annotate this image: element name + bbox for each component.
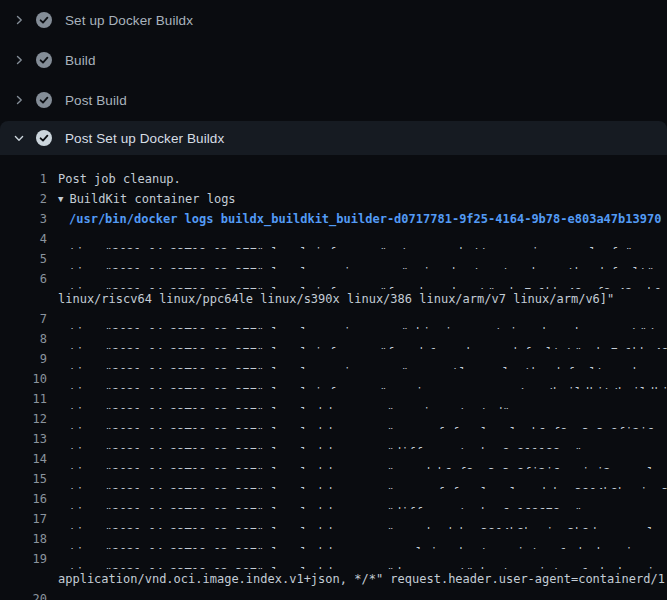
step-row-set-up-docker-buildx[interactable]: Set up Docker Buildx: [0, 0, 667, 40]
log-line-text: time="2021-04-23T18:02:37Z" level=warnin…: [47, 249, 654, 269]
step-label: Set up Docker Buildx: [65, 13, 193, 28]
log-row: 8time="2021-04-23T18:02:37Z" level=info …: [0, 329, 667, 349]
command-line-text: /usr/bin/docker logs buildx_buildkit_bui…: [47, 209, 661, 229]
line-number[interactable]: 4: [0, 229, 47, 249]
log-line-text: time="2021-04-23T18:02:37Z" level=info m…: [47, 369, 667, 389]
log-line-text: time="2021-04-23T18:02:37Z" level=warnin…: [47, 309, 667, 329]
log-line-text: application/vnd.oci.image.index.v1+json,…: [47, 569, 667, 589]
log-line-text: time="2021-04-23T18:02:37Z" level=info m…: [47, 329, 667, 349]
log-body: 1Post job cleanup.2▼BuildKit container l…: [0, 155, 667, 600]
check-circle-icon: [36, 12, 52, 28]
line-number[interactable]: 19: [0, 549, 47, 569]
line-number: [0, 289, 47, 309]
line-number[interactable]: 18: [0, 529, 47, 549]
log-row: 13time="2021-04-23T18:02:38Z" level=debu…: [0, 429, 667, 449]
log-row: 1Post job cleanup.: [0, 169, 667, 189]
log-row: 6time="2021-04-23T18:02:37Z" level=info …: [0, 269, 667, 289]
log-line-text: time="2021-04-23T18:02:38Z" level=debug …: [47, 549, 667, 569]
line-number[interactable]: 1: [0, 169, 47, 189]
log-row: 15time="2021-04-23T18:02:38Z" level=debu…: [0, 469, 667, 489]
line-number[interactable]: 11: [0, 389, 47, 409]
log-line-text: ▼BuildKit container logs: [47, 189, 236, 209]
line-number[interactable]: 6: [0, 269, 47, 289]
line-number[interactable]: 10: [0, 369, 47, 389]
line-number[interactable]: 9: [0, 349, 47, 369]
log-row: 2▼BuildKit container logs: [0, 189, 667, 209]
log-row: 20time="2021-04-23T18:02:38Z" level=debu…: [0, 589, 667, 600]
step-row-build[interactable]: Build: [0, 40, 667, 80]
line-number[interactable]: 16: [0, 489, 47, 509]
log-line-text: time="2021-04-23T18:02:38Z" level=debug …: [47, 509, 667, 529]
check-circle-icon: [36, 52, 52, 68]
step-row-post-set-up-docker-buildx[interactable]: Post Set up Docker Buildx: [0, 121, 667, 155]
log-row: 14time="2021-04-23T18:02:38Z" level=debu…: [0, 449, 667, 469]
log-line-text: time="2021-04-23T18:02:38Z" level=debug …: [47, 409, 667, 429]
chevron-down-icon: [12, 131, 26, 145]
step-label: Post Build: [65, 93, 127, 108]
line-number[interactable]: 2: [0, 189, 47, 209]
line-number[interactable]: 7: [0, 309, 47, 329]
log-line-text: time="2021-04-23T18:02:38Z" level=debug …: [47, 469, 667, 489]
log-row: 7time="2021-04-23T18:02:37Z" level=warni…: [0, 309, 667, 329]
step-row-post-build[interactable]: Post Build: [0, 80, 667, 120]
log-row: 18time="2021-04-23T18:02:38Z" level=debu…: [0, 529, 667, 549]
log-row: 12time="2021-04-23T18:02:38Z" level=debu…: [0, 409, 667, 429]
log-line-text: time="2021-04-23T18:02:37Z" level=info m…: [47, 229, 633, 249]
log-row: 17time="2021-04-23T18:02:38Z" level=debu…: [0, 509, 667, 529]
log-row: 3/usr/bin/docker logs buildx_buildkit_bu…: [0, 209, 667, 229]
step-label: Build: [65, 53, 96, 68]
line-number[interactable]: 12: [0, 409, 47, 429]
line-number[interactable]: 13: [0, 429, 47, 449]
log-row: 4time="2021-04-23T18:02:37Z" level=info …: [0, 229, 667, 249]
line-number[interactable]: 3: [0, 209, 47, 229]
step-label: Post Set up Docker Buildx: [65, 131, 224, 146]
log-line-text: time="2021-04-23T18:02:38Z" level=debug …: [47, 449, 667, 469]
line-number[interactable]: 15: [0, 469, 47, 489]
log-line-text: time="2021-04-23T18:02:37Z" level=info m…: [47, 269, 667, 289]
log-line-text: time="2021-04-23T18:02:38Z" level=debug …: [47, 389, 510, 409]
line-number[interactable]: 20: [0, 589, 47, 600]
log-line-text: time="2021-04-23T18:02:38Z" level=debug …: [47, 589, 667, 600]
log-row: 11time="2021-04-23T18:02:38Z" level=debu…: [0, 389, 667, 409]
log-line-text: time="2021-04-23T18:02:38Z" level=debug …: [47, 529, 640, 549]
log-line-text: Post job cleanup.: [47, 169, 181, 189]
group-collapse-toggle-icon[interactable]: ▼: [58, 189, 63, 209]
group-label: BuildKit container logs: [69, 192, 235, 206]
log-line-text: linux/riscv64 linux/ppc64le linux/s390x …: [47, 289, 614, 309]
log-row: 19time="2021-04-23T18:02:38Z" level=debu…: [0, 549, 667, 569]
log-row: 16time="2021-04-23T18:02:38Z" level=debu…: [0, 489, 667, 509]
line-number[interactable]: 8: [0, 329, 47, 349]
check-circle-icon: [36, 92, 52, 108]
line-number[interactable]: 5: [0, 249, 47, 269]
chevron-right-icon: [12, 93, 26, 107]
log-row: 9time="2021-04-23T18:02:37Z" level=warni…: [0, 349, 667, 369]
log-row: application/vnd.oci.image.index.v1+json,…: [0, 569, 667, 589]
log-line-text: time="2021-04-23T18:02:38Z" level=debug …: [47, 429, 582, 449]
chevron-right-icon: [12, 13, 26, 27]
check-circle-icon: [36, 130, 52, 146]
log-row: 5time="2021-04-23T18:02:37Z" level=warni…: [0, 249, 667, 269]
line-number[interactable]: 17: [0, 509, 47, 529]
actions-log-viewer: Set up Docker Buildx Build Post Build: [0, 0, 667, 600]
log-line-text: time="2021-04-23T18:02:38Z" level=debug …: [47, 489, 582, 509]
line-number: [0, 569, 47, 589]
log-row: 10time="2021-04-23T18:02:37Z" level=info…: [0, 369, 667, 389]
log-row: linux/riscv64 linux/ppc64le linux/s390x …: [0, 289, 667, 309]
steps-list: Set up Docker Buildx Build Post Build: [0, 0, 667, 155]
line-number[interactable]: 14: [0, 449, 47, 469]
chevron-right-icon: [12, 53, 26, 67]
log-line-text: time="2021-04-23T18:02:37Z" level=warnin…: [47, 349, 667, 369]
